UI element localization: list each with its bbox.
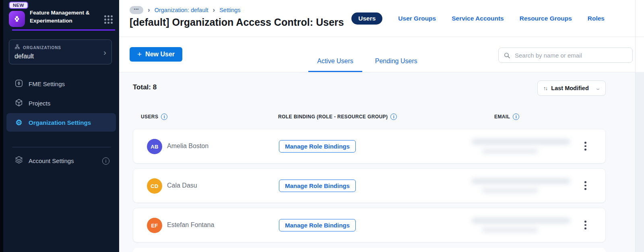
purple-divider [12, 29, 115, 31]
access-control-tabs: Users User Groups Service Accounts Resou… [351, 12, 605, 25]
tab-pending-users[interactable]: Pending Users [366, 58, 426, 72]
org-hierarchy-icon [14, 44, 20, 51]
info-icon[interactable]: i [390, 114, 397, 120]
sidebar-item-account-settings[interactable]: Account Settings i [3, 156, 119, 166]
split-diamond-icon [14, 79, 23, 89]
avatar: EF [147, 218, 162, 233]
tab-resource-groups[interactable]: Resource Groups [520, 15, 572, 22]
total-count: Total: 8 [133, 83, 157, 91]
chevron-right-icon: › [213, 6, 215, 14]
column-header-role-binding: ROLE BINDING (ROLE - RESOURCE GROUP) i [278, 114, 397, 120]
window-edge-strip [0, 0, 3, 252]
user-row: CD Cala Dasu Manage Role Bindings [133, 168, 606, 203]
sidebar-item-label: Organization Settings [29, 119, 91, 126]
column-header-email: EMAIL i [494, 114, 519, 120]
avatar: AB [147, 139, 162, 154]
user-view-tabs: Active Users Pending Users [308, 58, 426, 72]
sidebar-item-label: Projects [29, 100, 50, 107]
column-header-label: USERS [141, 114, 158, 120]
sidebar-item-projects[interactable]: Projects [6, 94, 116, 112]
sidebar-divider [12, 147, 111, 147]
user-name: Estefan Fontana [167, 221, 214, 229]
sidebar-item-fme-settings[interactable]: FME Settings [6, 74, 116, 93]
tab-roles[interactable]: Roles [588, 15, 605, 22]
app-window: NEW Feature Management & Experimentation [0, 0, 644, 252]
column-header-label: EMAIL [494, 114, 510, 120]
email-redacted [471, 218, 574, 233]
cube-icon [14, 98, 23, 108]
gear-icon: ⚙ [14, 119, 23, 126]
column-header-label: ROLE BINDING (ROLE - RESOURCE GROUP) [278, 114, 388, 120]
right-margin-strip [635, 0, 644, 252]
breadcrumb-ellipsis[interactable]: ••• [130, 6, 143, 14]
kebab-menu-icon[interactable] [582, 219, 588, 231]
new-user-button[interactable]: + New User [130, 47, 182, 62]
manage-role-bindings-button[interactable]: Manage Role Bindings [279, 140, 356, 153]
toolbar: + New User Active Users Pending Users [119, 37, 635, 72]
email-redacted [471, 178, 574, 193]
kebab-menu-icon[interactable] [582, 179, 588, 192]
user-name: Cala Dasu [167, 182, 197, 189]
user-list: AB Amelia Boston Manage Role Bindings CD… [133, 129, 606, 247]
user-row: EF Estefan Fontana Manage Role Bindings [133, 208, 606, 242]
sidebar-item-organization-settings[interactable]: ⚙ Organization Settings [6, 113, 116, 132]
chevron-right-icon: › [148, 6, 150, 14]
breadcrumb-link-settings[interactable]: Settings [219, 7, 240, 13]
user-name: Amelia Boston [167, 143, 208, 150]
search-icon [504, 52, 510, 59]
organization-selector[interactable]: ORGANIZATIONS default › [9, 39, 112, 64]
chevron-down-icon: ⌄ [595, 86, 601, 91]
column-header-users: USERS i [141, 114, 167, 120]
tab-users[interactable]: Users [351, 12, 382, 25]
manage-role-bindings-button[interactable]: Manage Role Bindings [279, 219, 356, 231]
kebab-menu-icon[interactable] [582, 140, 588, 153]
users-list-panel: Total: 8 ↑↓ Last Modified ⌄ USERS i ROLE… [119, 72, 635, 252]
sort-arrows-icon: ↑↓ [543, 85, 547, 91]
page-title: [default] Organization Access Control: U… [130, 17, 344, 28]
info-icon[interactable]: i [102, 157, 109, 165]
breadcrumb-link-organization[interactable]: Organization: default [155, 7, 208, 13]
page-header: ••• › Organization: default › Settings [… [119, 0, 635, 37]
sidebar-item-label: Account Settings [29, 157, 74, 164]
tab-active-users[interactable]: Active Users [308, 58, 362, 72]
sort-dropdown[interactable]: ↑↓ Last Modified ⌄ [537, 81, 606, 96]
new-user-button-label: New User [145, 51, 175, 58]
search-box [498, 48, 633, 63]
app-title: Feature Management & Experimentation [30, 9, 91, 25]
sidebar: NEW Feature Management & Experimentation [3, 0, 119, 252]
new-badge: NEW [9, 2, 28, 9]
manage-role-bindings-button[interactable]: Manage Role Bindings [279, 180, 356, 192]
main-area: ••• › Organization: default › Settings [… [119, 0, 635, 252]
tab-user-groups[interactable]: User Groups [398, 15, 436, 22]
search-input[interactable] [514, 52, 627, 59]
sort-dropdown-value: Last Modified [551, 85, 588, 91]
sidebar-item-label: FME Settings [29, 81, 65, 87]
breadcrumb: ••• › Organization: default › Settings [130, 6, 241, 14]
app-switcher-grid-icon[interactable] [104, 15, 113, 24]
sidebar-header: NEW Feature Management & Experimentation [3, 0, 119, 27]
info-icon[interactable]: i [161, 114, 167, 120]
org-selector-value: default [14, 53, 99, 60]
org-selector-label: ORGANIZATIONS [23, 45, 61, 50]
sidebar-nav: FME Settings Projects ⚙ Organization Set… [3, 74, 119, 132]
info-icon[interactable]: i [513, 114, 519, 120]
user-row: AB Amelia Boston Manage Role Bindings [133, 129, 606, 163]
fme-logo-icon [9, 11, 25, 27]
plus-icon: + [137, 51, 142, 58]
chevron-right-icon: › [103, 48, 106, 56]
layers-icon [14, 156, 23, 166]
avatar: CD [147, 178, 162, 194]
email-redacted [471, 139, 574, 154]
next-row-partial [133, 248, 606, 252]
tab-service-accounts[interactable]: Service Accounts [452, 15, 504, 22]
